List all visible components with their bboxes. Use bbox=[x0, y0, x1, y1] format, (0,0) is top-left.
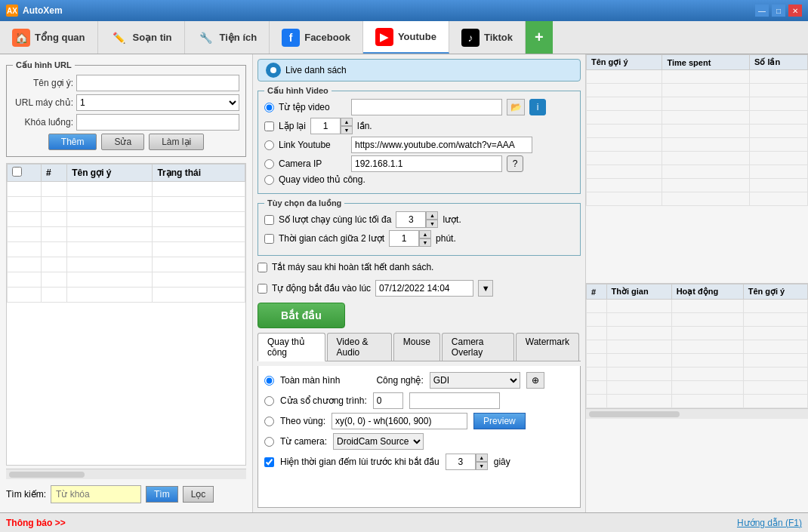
table-row bbox=[587, 97, 808, 111]
left-panel: Cấu hình URL Tên gợi ý: URL máy chủ: 1 K… bbox=[0, 54, 253, 512]
multi-stream-legend: Tùy chọn đa luồng bbox=[264, 198, 344, 208]
youtube-link-input[interactable] bbox=[351, 137, 532, 153]
reset-button[interactable]: Làm lại bbox=[149, 134, 204, 150]
fullscreen-radio[interactable] bbox=[264, 376, 274, 386]
camera-src-select[interactable]: DroidCam Source 3 bbox=[333, 433, 424, 450]
camera-ip-input[interactable] bbox=[351, 155, 502, 172]
interval-input[interactable] bbox=[389, 230, 419, 247]
auto-start-checkbox[interactable] bbox=[258, 284, 267, 294]
table-row bbox=[587, 327, 808, 340]
table-row bbox=[587, 300, 808, 313]
camera-ip-radio[interactable] bbox=[264, 159, 274, 169]
nav-tienich-label: Tiện ích bbox=[220, 32, 258, 43]
search-toolbar: Tìm kiếm: Tìm Lọc bbox=[6, 482, 246, 506]
action-buttons: Thêm Sửa Làm lại bbox=[13, 134, 239, 150]
search-input[interactable] bbox=[51, 485, 141, 503]
window-name-input[interactable] bbox=[409, 392, 500, 409]
window-label: Cửa sổ chương trình: bbox=[280, 395, 367, 406]
camera-help-button[interactable]: ? bbox=[507, 155, 523, 172]
tech-select[interactable]: GDI bbox=[430, 372, 520, 389]
status-notification[interactable]: Thông báo >> bbox=[6, 518, 66, 528]
countdown-up-button[interactable]: ▲ bbox=[476, 454, 488, 462]
info-button[interactable]: i bbox=[529, 99, 546, 115]
filter-button[interactable]: Lọc bbox=[183, 486, 214, 503]
tab-mouse[interactable]: Mouse bbox=[393, 333, 440, 361]
repeat-spin-buttons: ▲ ▼ bbox=[341, 118, 353, 134]
shutdown-row: Tắt máy sau khi hoàn tất hết danh sách. bbox=[258, 262, 581, 272]
shutdown-label: Tắt máy sau khi hoàn tất hết danh sách. bbox=[272, 262, 433, 272]
select-all-checkbox[interactable] bbox=[12, 167, 22, 177]
interval-up-button[interactable]: ▲ bbox=[419, 230, 431, 238]
tab-videoaudio[interactable]: Video & Audio bbox=[327, 333, 392, 361]
multi-stream-fieldset: Tùy chọn đa luồng Số lượt chạy cùng lúc … bbox=[258, 198, 581, 256]
table-row bbox=[587, 125, 808, 138]
preview-button[interactable]: Preview bbox=[473, 413, 526, 429]
name-input[interactable] bbox=[76, 75, 239, 91]
calendar-button[interactable]: ▼ bbox=[478, 280, 493, 297]
max-up-button[interactable]: ▲ bbox=[426, 211, 438, 220]
manual-video-radio[interactable] bbox=[264, 175, 274, 185]
max-streams-checkbox[interactable] bbox=[264, 215, 274, 225]
max-streams-unit: lượt. bbox=[443, 214, 461, 225]
browse-file-button[interactable]: 📂 bbox=[507, 99, 525, 115]
edit-button[interactable]: Sửa bbox=[101, 134, 144, 150]
countdown-down-button[interactable]: ▼ bbox=[476, 462, 488, 470]
region-label: Theo vùng: bbox=[280, 416, 325, 426]
countdown-row: Hiện thời gian đếm lùi trước khi bắt đầu… bbox=[264, 454, 574, 470]
live-label: Live danh sách bbox=[285, 65, 347, 75]
auto-start-datetime[interactable] bbox=[375, 280, 473, 297]
nav-bar: 🏠 Tổng quan ✏️ Soạn tin 🔧 Tiện ích f Fac… bbox=[0, 21, 808, 54]
status-bar: Thông báo >> Hướng dẫn (F1) bbox=[0, 512, 808, 532]
region-radio[interactable] bbox=[264, 417, 274, 426]
lock-input[interactable] bbox=[76, 114, 239, 131]
table-row bbox=[587, 313, 808, 327]
repeat-checkbox[interactable] bbox=[264, 121, 274, 131]
top-col-time: Time spent bbox=[662, 55, 750, 70]
search-button[interactable]: Tìm bbox=[146, 486, 178, 503]
countdown-checkbox[interactable] bbox=[264, 457, 274, 467]
add-button[interactable]: Thêm bbox=[48, 134, 97, 150]
camera-src-radio[interactable] bbox=[264, 437, 274, 447]
maximize-button[interactable]: □ bbox=[772, 5, 785, 17]
table-row bbox=[587, 354, 808, 367]
interval-down-button[interactable]: ▼ bbox=[419, 238, 431, 247]
youtube-icon: ▶ bbox=[375, 28, 393, 46]
nav-youtube[interactable]: ▶ Youtube bbox=[363, 21, 449, 54]
nav-tiktok[interactable]: ♪ Tiktok bbox=[449, 21, 526, 54]
close-button[interactable]: ✕ bbox=[788, 5, 802, 17]
interval-checkbox[interactable] bbox=[264, 234, 274, 244]
repeat-count-input[interactable] bbox=[310, 118, 341, 134]
countdown-spin: ▲ ▼ bbox=[446, 454, 488, 470]
repeat-down-button[interactable]: ▼ bbox=[341, 126, 353, 134]
table-row bbox=[587, 111, 808, 125]
status-help-link[interactable]: Hướng dẫn (F1) bbox=[737, 518, 802, 528]
minimize-button[interactable]: — bbox=[755, 5, 769, 17]
bottom-horizontal-scrollbar[interactable] bbox=[586, 408, 808, 419]
nav-soantin[interactable]: ✏️ Soạn tin bbox=[98, 21, 185, 54]
add-nav-button[interactable]: + bbox=[526, 21, 553, 54]
region-input[interactable] bbox=[332, 413, 467, 429]
tab-watermark[interactable]: Watermark bbox=[516, 333, 579, 361]
shutdown-checkbox[interactable] bbox=[258, 263, 267, 272]
region-row: Theo vùng: Preview bbox=[264, 413, 574, 429]
tab-manual[interactable]: Quay thủ công bbox=[258, 333, 325, 361]
tab-overlay[interactable]: Camera Overlay bbox=[442, 333, 514, 361]
max-streams-input[interactable] bbox=[396, 211, 426, 228]
repeat-up-button[interactable]: ▲ bbox=[341, 118, 353, 126]
app-title: AutoXem bbox=[23, 5, 755, 16]
window-radio[interactable] bbox=[264, 396, 274, 406]
file-path-input[interactable] bbox=[351, 99, 502, 115]
nav-tongquan[interactable]: 🏠 Tổng quan bbox=[0, 21, 98, 54]
start-button[interactable]: Bắt đầu bbox=[258, 303, 345, 328]
url-select[interactable]: 1 bbox=[76, 94, 239, 111]
lock-label: Khóa luồng: bbox=[13, 117, 73, 128]
file-video-radio[interactable] bbox=[264, 103, 274, 112]
nav-tienich[interactable]: 🔧 Tiện ích bbox=[185, 21, 270, 54]
link-youtube-radio[interactable] bbox=[264, 140, 274, 150]
capture-settings-button[interactable]: ⊕ bbox=[526, 372, 544, 389]
horizontal-scrollbar[interactable] bbox=[6, 469, 246, 479]
max-down-button[interactable]: ▼ bbox=[426, 220, 438, 228]
countdown-input[interactable] bbox=[446, 454, 476, 470]
window-input[interactable] bbox=[373, 392, 403, 409]
nav-facebook[interactable]: f Facebook bbox=[270, 21, 363, 54]
